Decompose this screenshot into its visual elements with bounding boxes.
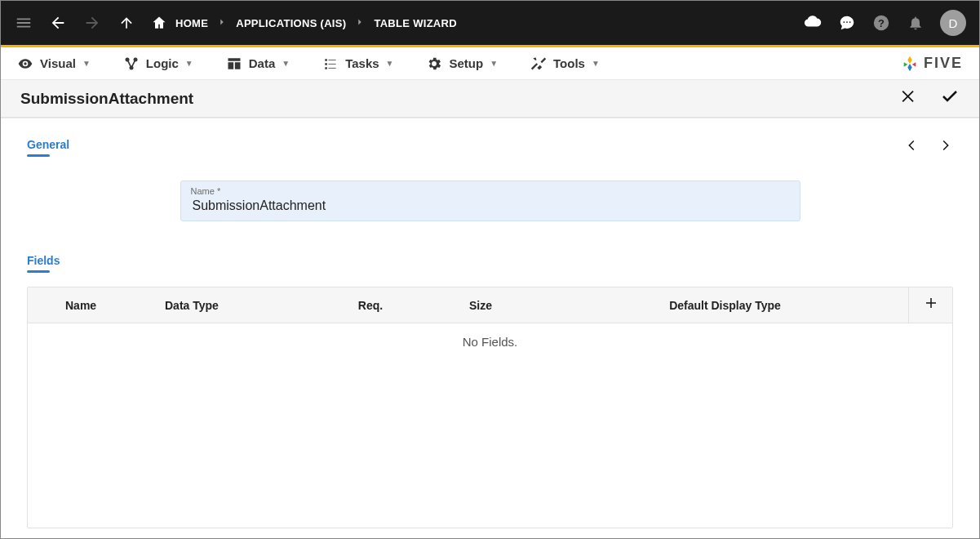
nav-forward-button: [82, 13, 102, 33]
fields-table: Name Data Type Req. Size Default Display…: [27, 287, 953, 528]
svg-text:?: ?: [878, 17, 885, 29]
chevron-down-icon: ▼: [490, 59, 498, 68]
chevron-right-icon: [354, 16, 366, 30]
chevron-down-icon: ▼: [185, 59, 193, 68]
breadcrumb: HOME APPLICATIONS (AIS) TABLE WIZARD: [151, 15, 457, 31]
col-data-type: Data Type: [158, 291, 321, 320]
chevron-down-icon: ▼: [386, 59, 394, 68]
col-name: Name: [28, 291, 158, 320]
brand-icon: [901, 55, 919, 73]
section-general-header: General: [27, 138, 953, 156]
prev-record-button[interactable]: [904, 138, 919, 156]
chat-icon[interactable]: [837, 13, 857, 33]
cloud-sync-icon[interactable]: [803, 13, 823, 33]
name-input-box[interactable]: Name *: [180, 180, 800, 221]
close-button[interactable]: [899, 87, 917, 110]
menu-bar: Visual ▼ Logic ▼ Data ▼ Tasks ▼ Setup ▼ …: [1, 47, 979, 80]
page-title: SubmissionAttachment: [20, 90, 193, 108]
chevron-down-icon: ▼: [82, 59, 91, 68]
page-title-bar: SubmissionAttachment: [1, 80, 979, 118]
nav-up-button[interactable]: [117, 13, 136, 33]
menu-logic-label: Logic: [146, 56, 179, 70]
menu-visual-label: Visual: [40, 56, 76, 70]
menu-setup-label: Setup: [449, 56, 483, 70]
col-size: Size: [419, 291, 542, 320]
fields-empty-text: No Fields.: [463, 335, 518, 349]
help-icon[interactable]: ?: [871, 13, 891, 33]
form-card: General Name * Fields: [1, 118, 979, 538]
menu-tools-label: Tools: [553, 56, 585, 70]
fields-table-head: Name Data Type Req. Size Default Display…: [28, 287, 952, 323]
name-field-wrap: Name *: [180, 180, 800, 221]
next-record-button[interactable]: [938, 138, 953, 156]
col-default-display-type: Default Display Type: [542, 291, 908, 320]
menu-data[interactable]: Data ▼: [226, 56, 290, 72]
tab-fields[interactable]: Fields: [27, 254, 60, 272]
menu-tasks[interactable]: Tasks ▼: [322, 56, 393, 72]
fields-table-body: No Fields.: [28, 323, 952, 528]
menu-visual[interactable]: Visual ▼: [17, 56, 91, 72]
breadcrumb-home[interactable]: HOME: [175, 17, 208, 29]
chevron-down-icon: ▼: [592, 59, 600, 68]
bell-icon[interactable]: [906, 13, 925, 33]
chevron-down-icon: ▼: [282, 59, 290, 68]
content-area: General Name * Fields: [1, 118, 979, 538]
avatar-letter: D: [949, 16, 958, 30]
menu-logic[interactable]: Logic ▼: [123, 56, 193, 72]
name-input-label: Name *: [191, 186, 790, 196]
breadcrumb-applications[interactable]: APPLICATIONS (AIS): [236, 17, 346, 29]
brand-logo: FIVE: [901, 55, 963, 73]
breadcrumb-current: TABLE WIZARD: [374, 17, 457, 29]
tab-general[interactable]: General: [27, 138, 69, 156]
home-icon[interactable]: [151, 15, 167, 31]
confirm-button[interactable]: [940, 87, 960, 111]
col-req: Req.: [321, 291, 419, 320]
chevron-right-icon: [216, 16, 228, 30]
menu-tools[interactable]: Tools ▼: [530, 56, 600, 72]
menu-tasks-label: Tasks: [345, 56, 379, 70]
name-input[interactable]: [191, 198, 790, 214]
brand-text: FIVE: [924, 55, 963, 72]
section-fields-header: Fields: [27, 254, 953, 272]
menu-setup[interactable]: Setup ▼: [426, 56, 498, 72]
menu-data-label: Data: [249, 56, 276, 70]
top-app-bar: HOME APPLICATIONS (AIS) TABLE WIZARD ? D: [1, 1, 979, 45]
nav-back-button[interactable]: [48, 13, 68, 33]
avatar[interactable]: D: [940, 10, 966, 36]
add-field-button[interactable]: [908, 287, 952, 323]
hamburger-icon[interactable]: [14, 13, 33, 33]
